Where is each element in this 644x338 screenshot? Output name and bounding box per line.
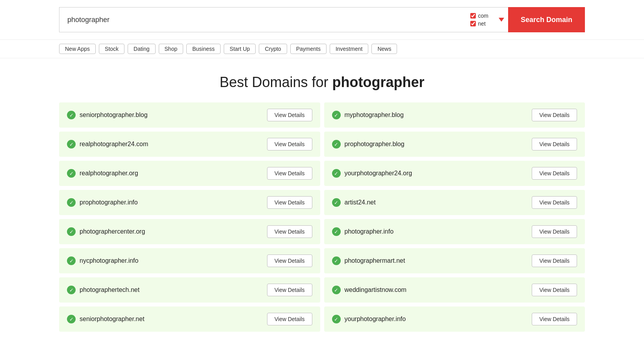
domain-left: ✓prophotographer.info [67, 198, 138, 207]
available-check-icon: ✓ [67, 111, 76, 119]
view-details-button[interactable]: View Details [267, 167, 312, 180]
filter-stock[interactable]: Stock [99, 44, 124, 54]
view-details-button[interactable]: View Details [267, 225, 312, 238]
available-check-icon: ✓ [332, 286, 341, 294]
domain-name: seniorphotographer.net [80, 316, 145, 323]
chevron-down-icon [499, 18, 504, 22]
tld-net-label: net [478, 20, 486, 27]
domain-left: ✓realphotographer.org [67, 169, 138, 178]
page-title: Best Domains for photographer [0, 74, 644, 91]
available-check-icon: ✓ [67, 169, 76, 178]
domain-left: ✓nycphotographer.info [67, 256, 138, 265]
domain-row: ✓photographercenter.orgView Details [59, 219, 320, 244]
domain-row: ✓photographermart.netView Details [324, 248, 585, 273]
filter-crypto[interactable]: Crypto [259, 44, 287, 54]
domain-left: ✓photographertech.net [67, 286, 139, 294]
view-details-button[interactable]: View Details [532, 313, 577, 325]
available-check-icon: ✓ [332, 198, 341, 207]
tld-com-row[interactable]: com [470, 13, 488, 19]
domain-name: photographertech.net [80, 286, 139, 293]
domain-left: ✓photographercenter.org [67, 227, 145, 236]
domain-name: photographer.info [345, 228, 394, 235]
domain-row: ✓yourphotographer.infoView Details [324, 306, 585, 332]
filter-dating[interactable]: Dating [128, 44, 155, 54]
domain-left: ✓seniorphotographer.net [67, 315, 145, 323]
filter-new-apps[interactable]: New Apps [59, 44, 96, 54]
domain-name: seniorphotographer.blog [80, 111, 148, 119]
domain-row: ✓realphotographer.orgView Details [59, 161, 320, 186]
search-input[interactable] [67, 16, 456, 24]
search-domain-button[interactable]: Search Domain [508, 7, 585, 32]
tld-net-row[interactable]: net [470, 20, 488, 27]
view-details-button[interactable]: View Details [532, 109, 577, 121]
view-details-button[interactable]: View Details [532, 284, 577, 296]
available-check-icon: ✓ [67, 227, 76, 236]
domain-left: ✓weddingartistnow.com [332, 286, 406, 294]
domain-left: ✓yourphotographer.info [332, 315, 406, 323]
domain-row: ✓seniorphotographer.netView Details [59, 306, 320, 332]
filter-shop[interactable]: Shop [159, 44, 184, 54]
available-check-icon: ✓ [67, 256, 76, 265]
domain-row: ✓myphotographer.blogView Details [324, 102, 585, 128]
view-details-button[interactable]: View Details [532, 138, 577, 150]
tld-com-label: com [478, 13, 488, 19]
available-check-icon: ✓ [332, 256, 341, 265]
search-keyword: photographer [332, 74, 425, 90]
domain-row: ✓weddingartistnow.comView Details [324, 277, 585, 303]
view-details-button[interactable]: View Details [267, 138, 312, 150]
view-details-button[interactable]: View Details [267, 196, 312, 209]
domain-left: ✓seniorphotographer.blog [67, 111, 148, 119]
domain-left: ✓realphotographer24.com [67, 140, 148, 149]
available-check-icon: ✓ [67, 286, 76, 294]
view-details-button[interactable]: View Details [267, 284, 312, 296]
view-details-button[interactable]: View Details [267, 109, 312, 121]
domain-row: ✓seniorphotographer.blogView Details [59, 102, 320, 128]
view-details-button[interactable]: View Details [267, 254, 312, 267]
domain-name: weddingartistnow.com [345, 286, 406, 293]
domain-name: realphotographer24.com [80, 141, 148, 148]
filter-news[interactable]: News [371, 44, 397, 54]
domain-name: artist24.net [345, 199, 376, 206]
view-details-button[interactable]: View Details [532, 254, 577, 267]
view-details-button[interactable]: View Details [532, 196, 577, 209]
tld-com-checkbox[interactable] [470, 13, 476, 19]
domain-name: photographercenter.org [80, 228, 145, 235]
available-check-icon: ✓ [332, 227, 341, 236]
domain-left: ✓artist24.net [332, 198, 376, 207]
view-details-button[interactable]: View Details [532, 167, 577, 180]
view-details-button[interactable]: View Details [267, 313, 312, 325]
domain-left: ✓prophotographer.blog [332, 140, 405, 149]
available-check-icon: ✓ [67, 140, 76, 149]
domain-row: ✓photographer.infoView Details [324, 219, 585, 244]
search-bar: com net Search Domain [0, 0, 644, 40]
available-check-icon: ✓ [332, 140, 341, 149]
available-check-icon: ✓ [332, 315, 341, 323]
domain-name: photographermart.net [345, 257, 405, 264]
domain-row: ✓realphotographer24.comView Details [59, 132, 320, 157]
domain-left: ✓photographer.info [332, 227, 394, 236]
domain-row: ✓prophotographer.blogView Details [324, 132, 585, 157]
domain-name: myphotographer.blog [345, 111, 404, 119]
tld-net-checkbox[interactable] [470, 21, 476, 26]
filter-startup[interactable]: Start Up [224, 44, 256, 54]
tld-dropdown-button[interactable] [495, 7, 508, 32]
domain-name: nycphotographer.info [80, 257, 138, 264]
domain-row: ✓artist24.netView Details [324, 190, 585, 215]
filter-bar: New Apps Stock Dating Shop Business Star… [0, 40, 644, 58]
domain-row: ✓prophotographer.infoView Details [59, 190, 320, 215]
available-check-icon: ✓ [332, 169, 341, 178]
filter-payments[interactable]: Payments [290, 44, 327, 54]
view-details-button[interactable]: View Details [532, 225, 577, 238]
domain-row: ✓photographertech.netView Details [59, 277, 320, 303]
domain-name: yourphotographer24.org [345, 170, 412, 177]
domain-left: ✓photographermart.net [332, 256, 405, 265]
domain-name: prophotographer.blog [345, 141, 405, 148]
available-check-icon: ✓ [332, 111, 341, 119]
domain-name: yourphotographer.info [345, 316, 406, 323]
filter-investment[interactable]: Investment [330, 44, 368, 54]
filter-business[interactable]: Business [186, 44, 221, 54]
domain-left: ✓myphotographer.blog [332, 111, 404, 119]
domain-results-grid: ✓seniorphotographer.blogView Details✓myp… [0, 102, 644, 338]
tld-selector: com net [464, 7, 495, 32]
search-input-wrap [59, 7, 464, 32]
